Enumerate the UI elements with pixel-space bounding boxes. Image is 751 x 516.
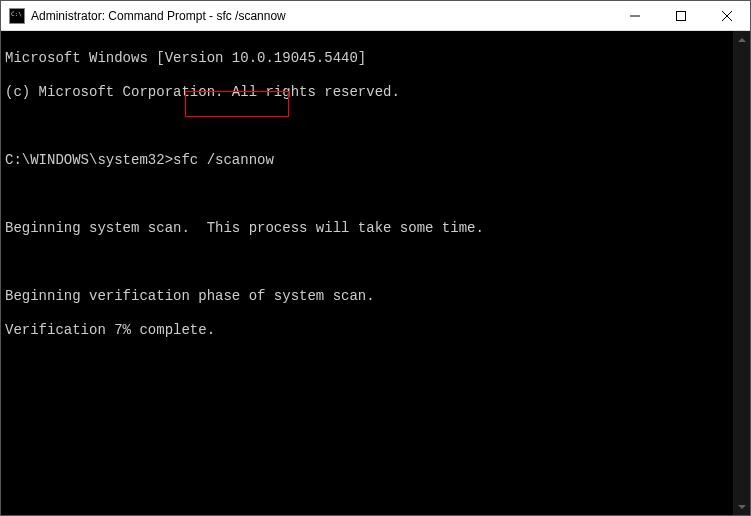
output-blank	[5, 186, 729, 203]
output-blank	[5, 118, 729, 135]
maximize-button[interactable]	[658, 1, 704, 30]
typed-command: sfc /scannow	[173, 152, 274, 169]
svg-marker-5	[738, 505, 746, 509]
close-button[interactable]	[704, 1, 750, 30]
output-line: Beginning verification phase of system s…	[5, 288, 729, 305]
window-title: Administrator: Command Prompt - sfc /sca…	[31, 9, 612, 23]
terminal-output[interactable]: Microsoft Windows [Version 10.0.19045.54…	[1, 31, 733, 515]
terminal-container: Microsoft Windows [Version 10.0.19045.54…	[1, 31, 750, 515]
svg-marker-4	[738, 38, 746, 42]
output-line: Microsoft Windows [Version 10.0.19045.54…	[5, 50, 729, 67]
window-controls	[612, 1, 750, 30]
output-line: Verification 7% complete.	[5, 322, 729, 339]
output-line: Beginning system scan. This process will…	[5, 220, 729, 237]
output-blank	[5, 254, 729, 271]
svg-rect-1	[677, 11, 686, 20]
command-prompt-window: Administrator: Command Prompt - sfc /sca…	[0, 0, 751, 516]
minimize-button[interactable]	[612, 1, 658, 30]
prompt-line: C:\WINDOWS\system32>sfc /scannow	[5, 152, 729, 169]
prompt-path: C:\WINDOWS\system32>	[5, 152, 173, 169]
cmd-icon	[9, 8, 25, 24]
output-line: (c) Microsoft Corporation. All rights re…	[5, 84, 729, 101]
scroll-down-arrow-icon[interactable]	[733, 498, 750, 515]
titlebar[interactable]: Administrator: Command Prompt - sfc /sca…	[1, 1, 750, 31]
scroll-up-arrow-icon[interactable]	[733, 31, 750, 48]
vertical-scrollbar[interactable]	[733, 31, 750, 515]
